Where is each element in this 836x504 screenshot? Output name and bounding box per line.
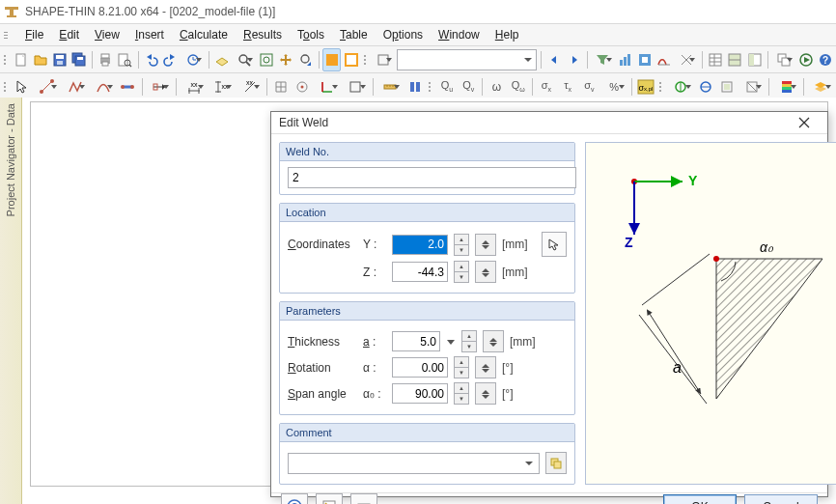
snap-icon[interactable] [293,75,312,98]
z-step[interactable] [475,261,496,283]
y-input[interactable] [392,235,448,255]
toolbar-combo[interactable] [397,49,537,70]
comment-combo[interactable] [288,453,540,474]
toolbar2-grip-3[interactable] [659,77,664,97]
span-step[interactable] [475,382,496,405]
arrow-right-icon[interactable] [565,48,582,71]
stress-sigmax-icon[interactable]: σx [537,75,556,98]
stress-omega-icon[interactable]: ω [487,75,506,98]
menu-results[interactable]: Results [236,26,290,43]
thickness-dropdown-icon[interactable] [446,332,456,350]
undo-history-icon[interactable] [181,48,205,71]
menu-table[interactable]: Table [332,26,376,43]
plastic-sigma-icon[interactable]: σx,pl [635,75,655,98]
comment-pick-icon[interactable] [545,452,567,474]
toolbar1-grip[interactable] [4,50,8,70]
project-navigator-tab[interactable]: Project Navigator - Data [0,98,22,504]
undo-icon[interactable] [142,48,159,71]
render-mode-2-icon[interactable] [343,48,360,71]
open-file-icon[interactable] [32,48,49,71]
pick-point-icon[interactable] [542,232,567,257]
cp-c-icon[interactable] [717,75,737,98]
stress-percent-icon[interactable]: % [601,75,627,98]
menu-window[interactable]: Window [431,26,488,43]
thickness-step[interactable] [483,330,504,352]
span-spin[interactable]: ▲▼ [454,382,469,405]
pan-icon[interactable] [277,48,294,71]
save-all-icon[interactable] [70,48,88,71]
apply-default-icon[interactable] [316,493,343,504]
stress-qomega-icon[interactable]: Qω [508,75,527,98]
stress-sigmav-icon[interactable]: σv [579,75,599,98]
cp-b-icon[interactable] [696,75,715,98]
table-show-icon[interactable] [707,48,724,71]
rotation-input[interactable] [392,357,448,378]
table-b-icon[interactable] [726,48,743,71]
line-icon[interactable] [62,75,88,98]
stress-tau-icon[interactable]: τx [558,75,577,98]
arc-icon[interactable] [90,75,116,98]
toolbar2-grip[interactable] [4,77,9,97]
dim-horiz-icon[interactable]: xx [181,75,207,98]
redo-icon[interactable] [162,48,180,71]
dialog-title-bar[interactable]: Edit Weld [271,112,827,134]
select-icon[interactable] [13,75,32,98]
results-filter-icon[interactable] [591,48,614,71]
menu-file[interactable]: File [17,26,51,43]
units-icon[interactable]: 0.00 [350,493,377,504]
menu-calculate[interactable]: Calculate [172,26,236,43]
y-spin[interactable]: ▲▼ [454,234,469,256]
z-input[interactable] [392,262,448,282]
layers-icon[interactable] [808,75,834,98]
cp-d-icon[interactable] [738,75,765,98]
menu-grip[interactable] [4,26,14,43]
menu-help[interactable]: Help [488,26,527,43]
results-b-icon[interactable] [636,48,654,71]
arrow-left-icon[interactable] [545,48,563,71]
grid-icon[interactable] [271,75,291,98]
span-input[interactable] [392,383,448,404]
results-a-icon[interactable] [617,48,634,71]
zoom-icon[interactable] [233,48,256,71]
color-scale-icon[interactable] [773,75,799,98]
print-preview-icon[interactable] [116,48,133,71]
element-icon[interactable] [118,75,137,98]
z-spin[interactable]: ▲▼ [454,261,469,283]
stress-qv-icon[interactable]: Qv [459,75,478,98]
menu-view[interactable]: View [87,26,127,43]
rotation-spin[interactable]: ▲▼ [454,356,469,378]
cp-a-icon[interactable] [668,75,694,98]
close-icon[interactable] [789,112,820,133]
menu-tools[interactable]: Tools [290,26,332,43]
ortho-icon[interactable] [343,75,369,98]
save-icon[interactable] [51,48,69,71]
calc-run-icon[interactable] [797,48,815,71]
work-plane-icon[interactable] [213,48,231,71]
copy-view-icon[interactable] [772,48,795,71]
menu-edit[interactable]: Edit [51,26,87,43]
render-mode-1-icon[interactable] [322,48,340,71]
ok-button[interactable]: OK [663,494,737,504]
node-icon[interactable] [34,75,60,98]
menu-insert[interactable]: Insert [127,26,172,43]
menu-options[interactable]: Options [376,26,431,43]
results-d-icon[interactable] [675,48,698,71]
table-c-icon[interactable] [746,48,764,71]
display-mode-icon[interactable] [372,48,395,71]
help-icon[interactable]: ? [817,48,834,71]
toolbar2-grip-2[interactable] [429,77,433,97]
help-dialog-icon[interactable]: ? [281,493,308,504]
move-icon[interactable] [146,75,172,98]
zoom-fit-icon[interactable] [258,48,275,71]
new-file-icon[interactable] [12,48,29,71]
stress-qu-icon[interactable]: Qu [437,75,457,98]
measure-icon[interactable] [376,75,403,98]
dim-align-icon[interactable]: xx [237,75,263,98]
results-c-icon[interactable] [655,48,673,71]
y-step[interactable] [475,234,496,256]
thickness-spin[interactable]: ▲▼ [461,330,477,352]
section-prop-icon[interactable] [404,75,424,98]
print-icon[interactable] [97,48,114,71]
cancel-button[interactable]: Cancel [744,494,818,504]
dim-vert-icon[interactable]: xx [209,75,235,98]
